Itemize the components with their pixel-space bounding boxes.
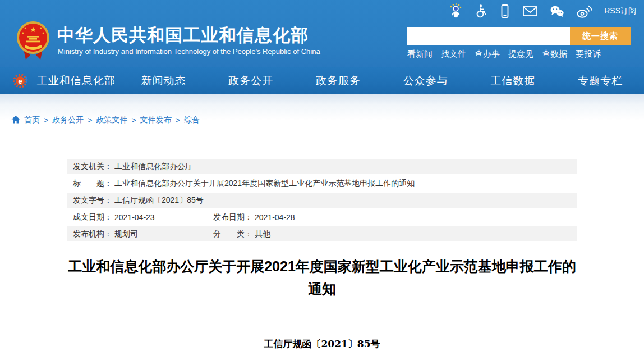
rss-subscribe-link[interactable]: RSS订阅	[604, 6, 636, 16]
breadcrumb: 首页 > 政务公开 > 政策文件 > 文件发布 > 综合	[11, 115, 200, 125]
nav-item-special-columns[interactable]: 专题专栏	[556, 67, 644, 94]
meta-row-dates: 成文日期： 2021-04-23 发布日期： 2021-04-28	[67, 209, 577, 225]
nav-item-miit-data[interactable]: 工信数据	[470, 67, 557, 94]
nav-item-public-participation[interactable]: 公众参与	[382, 67, 470, 94]
site-title: 中华人民共和国工业和信息化部	[57, 24, 309, 47]
breadcrumb-separator: >	[176, 116, 180, 125]
breadcrumb-document-release[interactable]: 文件发布	[140, 115, 172, 125]
meta-value: 工业和信息化部办公厅关于开展2021年度国家新型工业化产业示范基地申报工作的通知	[114, 179, 415, 189]
meta-value: 工业和信息化部办公厅	[114, 162, 193, 172]
nav-items: 工业和信息化部 新闻动态 政务公开 政务服务 公众参与 工信数据 专题专栏	[33, 67, 644, 94]
meta-label: 发布机构：	[73, 229, 112, 239]
meta-label: 成文日期：	[73, 212, 112, 222]
breadcrumb-home[interactable]: 首页	[24, 115, 40, 125]
document-meta-table: 发文机关： 工业和信息化部办公厅 标 题： 工业和信息化部办公厅关于开展2021…	[67, 159, 577, 243]
search-button[interactable]: 统一搜索	[570, 27, 631, 45]
wechat-icon[interactable]	[549, 4, 565, 18]
meta-label: 发文机关：	[73, 162, 112, 172]
miit-gear-logo-icon: e	[12, 72, 29, 89]
nav-item-news[interactable]: 新闻动态	[120, 67, 208, 94]
meta-value: 规划司	[114, 229, 138, 239]
meta-value: 2021-04-28	[255, 213, 295, 222]
meta-label: 发布日期：	[213, 212, 252, 222]
main-nav: e 工业和信息化部 新闻动态 政务公开 政务服务 公众参与 工信数据 专题专栏	[0, 67, 644, 94]
home-icon[interactable]	[11, 115, 20, 124]
nav-item-gov-openness[interactable]: 政务公开	[207, 67, 295, 94]
page: RSS订阅 ★ ★ ★ ★ ★ 中华人民共和国工业和信息化部 Ministry …	[0, 0, 644, 360]
quick-link-news[interactable]: 看新闻	[407, 49, 433, 60]
quick-link-complaints[interactable]: 要投诉	[576, 49, 601, 60]
meta-label: 分 类：	[213, 229, 252, 239]
svg-text:★: ★	[21, 31, 24, 35]
national-emblem-logo: ★ ★ ★ ★ ★	[16, 20, 50, 62]
site-header: RSS订阅 ★ ★ ★ ★ ★ 中华人民共和国工业和信息化部 Ministry …	[0, 0, 644, 67]
nav-item-gov-services[interactable]: 政务服务	[295, 67, 382, 94]
breadcrumb-policy-documents[interactable]: 政策文件	[96, 115, 127, 125]
meta-value: 其他	[255, 229, 270, 239]
mail-icon[interactable]	[522, 5, 538, 17]
breadcrumb-gov-openness[interactable]: 政务公开	[52, 115, 84, 125]
document-number: 工信厅规函〔2021〕85号	[0, 338, 644, 350]
meta-value: 2021-04-23	[114, 213, 155, 222]
breadcrumb-comprehensive[interactable]: 综合	[184, 115, 200, 125]
breadcrumb-separator: >	[131, 116, 136, 125]
meta-row-doc-number: 发文字号： 工信厅规函〔2021〕85号	[67, 193, 577, 208]
svg-text:★: ★	[42, 31, 44, 35]
meta-label: 发文字号：	[73, 195, 112, 206]
svg-text:★: ★	[24, 26, 26, 30]
meta-label: 标 题：	[73, 179, 112, 189]
mobile-icon[interactable]	[499, 4, 511, 19]
site-subtitle: Ministry of Industry and Information Tec…	[58, 47, 320, 56]
top-icon-bar: RSS订阅	[448, 3, 636, 20]
document-title: 工业和信息化部办公厅关于开展2021年度国家新型工业化产业示范基地申报工作的通知	[67, 255, 577, 300]
quick-link-data[interactable]: 查数据	[542, 49, 567, 60]
search-input[interactable]	[407, 27, 570, 45]
breadcrumb-separator: >	[44, 116, 48, 125]
quick-link-opinions[interactable]: 提意见	[508, 49, 533, 60]
weibo-icon[interactable]	[576, 4, 593, 19]
meta-row-title: 标 题： 工业和信息化部办公厅关于开展2021年度国家新型工业化产业示范基地申报…	[67, 176, 577, 191]
quick-link-services[interactable]: 查办事	[475, 49, 500, 60]
meta-value: 工信厅规函〔2021〕85号	[114, 195, 204, 206]
svg-text:★: ★	[30, 25, 36, 34]
breadcrumb-separator: >	[88, 116, 92, 125]
quick-link-documents[interactable]: 找文件	[441, 49, 466, 60]
mascot-robot-icon[interactable]	[448, 3, 463, 19]
nav-item-miit[interactable]: 工业和信息化部	[33, 67, 120, 94]
quick-links: 看新闻 找文件 查办事 提意见 查数据 要投诉	[407, 49, 601, 60]
accessibility-icon[interactable]	[474, 4, 487, 19]
meta-row-publisher: 发布机构： 规划司 分 类： 其他	[67, 226, 577, 241]
svg-text:★: ★	[39, 26, 42, 30]
meta-row-issuing-office: 发文机关： 工业和信息化部办公厅	[67, 159, 577, 174]
svg-text:e: e	[18, 77, 22, 85]
